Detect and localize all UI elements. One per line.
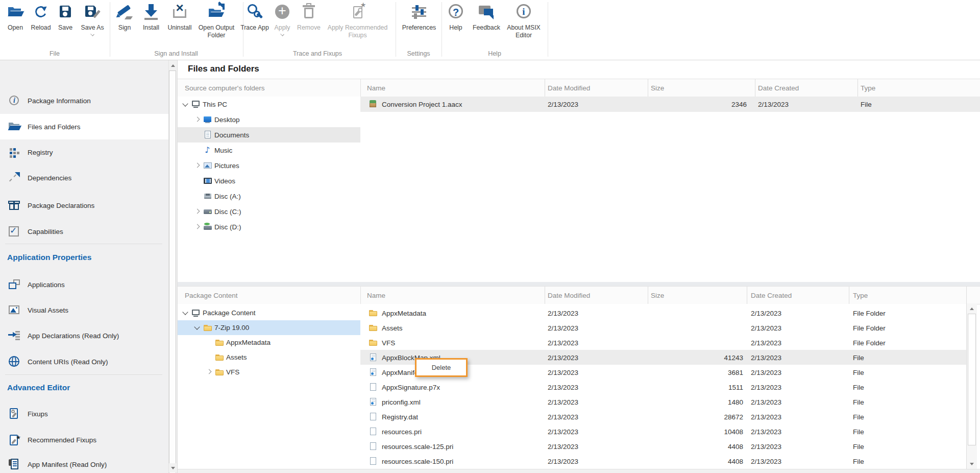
expander-icon[interactable]	[193, 223, 201, 231]
column-divider[interactable]	[545, 287, 545, 304]
column-header-date-created[interactable]: Date Created	[758, 84, 799, 92]
column-header-name[interactable]: Name	[367, 84, 385, 92]
column-divider[interactable]	[648, 287, 648, 304]
expander-icon[interactable]	[182, 309, 189, 317]
sidebar-scrollbar[interactable]	[168, 60, 177, 473]
tree-node[interactable]: Disc (D:)	[178, 219, 360, 234]
horizontal-scroll-strip[interactable]	[178, 469, 980, 473]
sidebar-item-visual-assets[interactable]: Visual Assets	[0, 297, 168, 323]
expander-icon[interactable]	[193, 177, 201, 185]
expander-icon[interactable]	[193, 193, 201, 200]
tree-node[interactable]: 7-Zip 19.00	[178, 320, 360, 335]
column-header-name[interactable]: Name	[367, 292, 385, 299]
column-header-size[interactable]: Size	[651, 292, 664, 299]
scroll-down-button[interactable]	[169, 463, 177, 472]
scrollbar-thumb[interactable]	[169, 70, 176, 473]
tree-item-label: Disc (D:)	[214, 223, 241, 231]
tree-node[interactable]: AppxMetadata	[178, 335, 360, 350]
tree-node[interactable]: Disc (A:)	[178, 188, 360, 204]
feedback-button[interactable]: Feedback	[470, 3, 503, 32]
sidebar-item-registry[interactable]: Registry	[0, 139, 168, 165]
file-row[interactable]: resources.scale-150.pri 2/13/2023 4408 2…	[360, 454, 966, 468]
expander-icon[interactable]	[193, 147, 201, 154]
column-header-size[interactable]: Size	[651, 84, 664, 92]
remove-button[interactable]: Remove	[295, 3, 323, 32]
column-header-date-modified[interactable]: Date Modified	[548, 84, 590, 92]
file-row[interactable]: Registry.dat 2/13/2023 28672 2/13/2023 F…	[360, 409, 966, 424]
apply-recommended-fixups-button[interactable]: Apply Recommended Fixups	[321, 3, 395, 39]
expander-icon[interactable]	[205, 339, 213, 346]
sidebar-item-package-declarations[interactable]: Package Declarations	[0, 193, 168, 218]
column-divider[interactable]	[849, 287, 849, 304]
expander-icon[interactable]	[182, 101, 189, 108]
sidebar-item-app-declarations[interactable]: App Declarations (Read Only)	[0, 323, 168, 348]
tree-node[interactable]: Disc (C:)	[178, 204, 360, 219]
file-row[interactable]: Assets 2/13/2023 2/13/2023 File Folder	[360, 320, 966, 335]
chevron-down-icon[interactable]	[280, 33, 285, 37]
file-row[interactable]: VFS 2/13/2023 2/13/2023 File Folder	[360, 335, 966, 350]
install-button[interactable]: Install	[137, 3, 165, 32]
tree-node[interactable]: This PC	[178, 97, 360, 112]
column-divider[interactable]	[857, 79, 858, 97]
expander-icon[interactable]	[193, 162, 201, 170]
sidebar-item-dependencies[interactable]: Dependencies	[0, 165, 168, 191]
package-content-header[interactable]: Package Content	[178, 287, 361, 304]
open-output-folder-button[interactable]: Open Output Folder	[191, 3, 241, 39]
sign-button[interactable]: Sign	[113, 3, 136, 32]
save-button[interactable]: Save	[54, 3, 77, 32]
file-row[interactable]: priconfig.xml 2/13/2023 1480 2/13/2023 F…	[360, 394, 966, 409]
column-divider[interactable]	[545, 79, 545, 97]
about-msix-editor-button[interactable]: About MSIX Editor	[501, 3, 546, 39]
tree-node[interactable]: Documents	[178, 127, 360, 143]
file-row[interactable]: AppxMetadata 2/13/2023 2/13/2023 File Fo…	[360, 305, 966, 320]
column-divider[interactable]	[648, 79, 648, 97]
scrollbar-thumb[interactable]	[968, 314, 976, 445]
sidebar-item-recommended-fixups[interactable]: Recommended Fixups	[0, 427, 168, 453]
expander-icon[interactable]	[193, 324, 201, 332]
expander-icon[interactable]	[193, 131, 201, 139]
file-row[interactable]: AppxSignature.p7x 2/13/2023 1511 2/13/20…	[360, 380, 966, 394]
tree-node[interactable]: Music	[178, 143, 360, 158]
pane-splitter[interactable]	[178, 282, 980, 286]
tree-node[interactable]: Desktop	[178, 112, 360, 127]
trace-app-button[interactable]: Trace App	[240, 3, 270, 32]
sidebar-item-files-and-folders[interactable]: Files and Folders	[0, 114, 168, 139]
expander-icon[interactable]	[193, 208, 201, 216]
scroll-down-button[interactable]	[967, 459, 977, 468]
column-header-type[interactable]: Type	[853, 292, 868, 299]
tree-node[interactable]: Package Content	[178, 305, 360, 320]
column-divider[interactable]	[755, 79, 755, 97]
preferences-button[interactable]: Preferences	[400, 3, 438, 32]
chevron-down-icon[interactable]	[90, 33, 95, 37]
apply-button[interactable]: Apply	[269, 3, 296, 37]
expander-icon[interactable]	[193, 116, 201, 124]
sidebar-item-capabilities[interactable]: Capabilities	[0, 219, 168, 244]
sidebar-item-fixups[interactable]: Fixups	[0, 401, 168, 427]
tree-node[interactable]: Videos	[178, 173, 360, 188]
sidebar-item-applications[interactable]: Applications	[0, 272, 168, 297]
help-button[interactable]: Help	[445, 3, 467, 32]
tree-node[interactable]: Assets	[178, 350, 360, 365]
context-menu-item-delete[interactable]: Delete	[432, 364, 451, 371]
reload-button[interactable]: Reload	[29, 3, 53, 32]
expander-icon[interactable]	[205, 353, 213, 361]
source-folders-header[interactable]: Source computer's folders	[178, 79, 361, 97]
file-list-scrollbar[interactable]	[966, 303, 977, 469]
file-row[interactable]: Conversion Project 1.aacx 2/13/2023 2346…	[360, 97, 980, 112]
sidebar-item-app-manifest[interactable]: App Manifest (Read Only)	[0, 452, 168, 473]
scroll-up-button[interactable]	[169, 61, 177, 70]
column-header-type[interactable]: Type	[861, 84, 875, 92]
tree-node[interactable]: Pictures	[178, 158, 360, 173]
column-header-date-modified[interactable]: Date Modified	[548, 292, 590, 299]
open-button[interactable]: Open	[3, 3, 28, 32]
expander-icon[interactable]	[205, 368, 213, 376]
file-row[interactable]: resources.pri 2/13/2023 10408 2/13/2023 …	[360, 424, 966, 439]
column-header-date-created[interactable]: Date Created	[751, 292, 792, 299]
column-divider[interactable]	[747, 287, 747, 304]
save-as-button[interactable]: Save As	[78, 3, 107, 37]
sidebar-item-package-information[interactable]: Package Information	[0, 88, 168, 113]
file-row[interactable]: resources.scale-125.pri 2/13/2023 4408 2…	[360, 439, 966, 454]
sidebar-item-content-uris[interactable]: Content URIs (Read Only)	[0, 349, 168, 374]
scroll-up-button[interactable]	[967, 304, 977, 313]
tree-node[interactable]: VFS	[178, 365, 360, 380]
